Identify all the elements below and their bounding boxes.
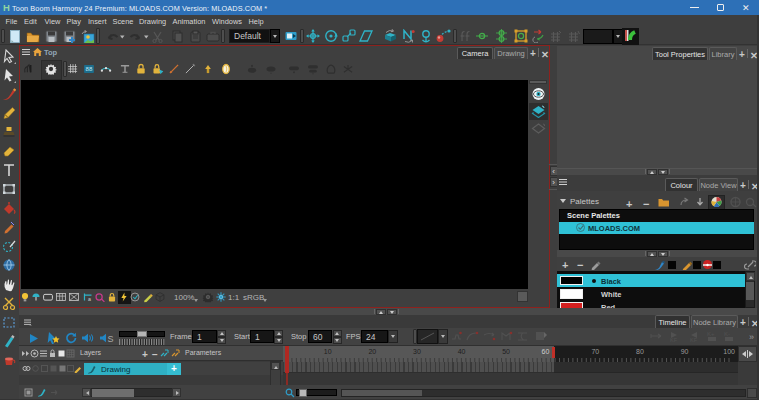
svg-text:KF: KF [670, 337, 678, 343]
svg-text:88: 88 [86, 65, 93, 72]
svg-text:a: a [88, 296, 91, 302]
svg-text:K+: K+ [707, 331, 715, 337]
svg-text:K-: K- [724, 331, 730, 337]
svg-text:KF: KF [690, 337, 698, 343]
svg-text:S: S [108, 334, 114, 344]
